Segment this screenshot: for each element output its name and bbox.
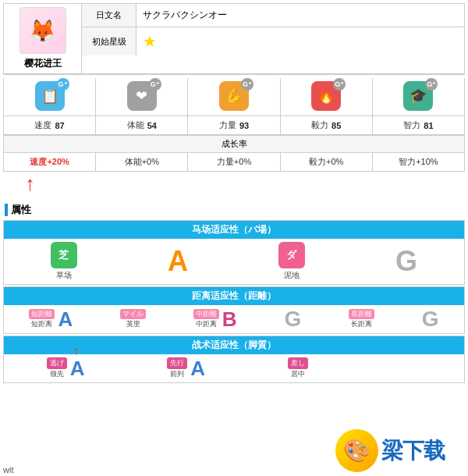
- track-g-badge: G: [395, 247, 417, 275]
- guts-value-cell: 毅力 85: [281, 116, 373, 134]
- tactic-front-badge-wrap: ↑ A: [70, 358, 85, 378]
- tactic-stalk-bottom-label: 前列: [170, 369, 184, 379]
- stat-guts-col: 🔥 G⁺: [281, 78, 373, 115]
- dist-long-container: 長距離 长距离: [349, 309, 374, 329]
- growth-stamina: 体能+0%: [96, 153, 188, 171]
- jp-name-row: 日文名 サクラバクシンオー: [82, 4, 464, 27]
- stat-int-col: 🎓 G⁺: [373, 78, 464, 115]
- track-adapt-row: 芝 草场 A ダ 泥地 G: [4, 239, 464, 284]
- dist-short-container: 短距離 短距离: [29, 309, 55, 329]
- track-adapt-section: 马场适应性（バ場） 芝 草场 A ダ 泥地 G: [3, 220, 465, 285]
- stat-speed-col: 📋 G⁺: [4, 78, 96, 115]
- stamina-num: 54: [147, 121, 157, 130]
- int-num: 81: [424, 121, 433, 130]
- dist-mile-bottom-label: 英里: [126, 319, 140, 329]
- rank-row: 初始星级 ★: [82, 27, 464, 55]
- power-value-cell: 力量 93: [188, 116, 280, 134]
- guts-icon: 🔥 G⁺: [311, 81, 341, 111]
- growth-int: 智力+10%: [373, 153, 464, 171]
- int-value-cell: 智力 81: [373, 116, 464, 134]
- watermark-circle-icon: 🎨: [335, 429, 378, 472]
- gplus-stamina: G⁺: [149, 78, 161, 91]
- growth-speed: 速度+20%: [4, 153, 96, 171]
- tactic-stalk-top-label: 先行: [167, 357, 187, 369]
- tactic-front-top-label: 逃げ: [47, 357, 67, 369]
- track-dirt-item: ダ 泥地: [278, 242, 305, 281]
- dirt-badge: ダ: [278, 242, 305, 268]
- dist-short-top-label: 短距離: [29, 309, 55, 319]
- power-num: 93: [239, 121, 249, 130]
- tactic-adapt-row: 逃げ 领先 ↑ A 先行 前列 A 差し 居中: [4, 354, 464, 382]
- rank-value: ★: [136, 27, 464, 55]
- growth-power: 力量+0%: [188, 153, 280, 171]
- tactic-front-bottom-label: 领先: [50, 369, 64, 379]
- stat-power-col: 💪 G⁺: [188, 78, 280, 115]
- red-arrow-icon: ↑: [25, 173, 35, 194]
- track-grass-item: 芝 草场: [51, 242, 77, 281]
- tactic-mid-bottom-label: 居中: [291, 369, 305, 379]
- dist-long-bottom-label: 长距离: [351, 319, 372, 329]
- gplus-speed: G⁺: [57, 78, 69, 91]
- gplus-int: G⁺: [425, 78, 438, 91]
- stamina-value-cell: 体能 54: [96, 116, 188, 134]
- dist-g1-badge: G: [284, 308, 301, 330]
- tactic-mid-top-label: 差し: [288, 357, 308, 369]
- dist-g2-badge: G: [422, 308, 439, 330]
- star-icon: ★: [143, 32, 157, 51]
- watermark-text: 梁下载: [381, 436, 445, 466]
- tactic-stalk-item: 先行 前列 A: [167, 357, 205, 379]
- speed-label: 速度: [34, 119, 51, 131]
- dist-short-badge: A: [58, 309, 73, 329]
- speed-num: 87: [55, 121, 64, 130]
- power-label: 力量: [219, 119, 236, 131]
- stat-stamina-col: ❤ G⁺: [96, 78, 188, 115]
- dist-mid-container: 中距離 中距离: [193, 309, 219, 329]
- attribute-label-area: 属性: [0, 201, 468, 218]
- track-adapt-header: 马场适应性（バ場）: [4, 221, 464, 239]
- stamina-icon: ❤ G⁺: [127, 81, 157, 111]
- dist-g1-item: G: [284, 308, 301, 330]
- tactic-adapt-section: 战术适应性（脚質） 逃げ 领先 ↑ A 先行 前列 A 差し 居中: [3, 336, 465, 383]
- int-label: 智力: [403, 119, 420, 131]
- gplus-power: G⁺: [241, 78, 254, 91]
- jp-name-value: サクラバクシンオー: [136, 4, 464, 27]
- attribute-text: 属性: [11, 203, 31, 217]
- stamina-label: 体能: [127, 119, 144, 131]
- guts-num: 85: [332, 121, 341, 130]
- dist-mid-item: 中距離 中距离 B: [193, 309, 237, 329]
- tactic-front-container: 逃げ 领先: [47, 357, 67, 379]
- growth-section: 成长率 速度+20% 体能+0% 力量+0% 毅力+0% 智力+10%: [3, 136, 465, 172]
- rank-label: 初始星级: [82, 27, 136, 55]
- track-g-item: G: [395, 247, 417, 275]
- growth-guts: 毅力+0%: [281, 153, 373, 171]
- dist-mid-badge: B: [222, 309, 237, 329]
- distance-adapt-header: 距离适应性（距離）: [4, 287, 464, 305]
- dist-mile-top-label: マイル: [120, 309, 146, 319]
- stats-section: 📋 G⁺ ❤ G⁺ 💪 G⁺ 🔥 G⁺: [3, 78, 465, 136]
- horse-top-row: 🦊 樱花进王 日文名 サクラバクシンオー 初始星级 ★: [4, 4, 464, 74]
- dist-mid-bottom-label: 中距离: [196, 319, 217, 329]
- track-a-badge: A: [168, 247, 188, 275]
- horse-avatar-col: 🦊 樱花进王: [4, 4, 82, 73]
- tactic-mid-container: 差し 居中: [288, 357, 308, 379]
- grass-label: 草场: [56, 270, 72, 281]
- arrow-area: ↑: [3, 172, 465, 201]
- dist-mid-top-label: 中距離: [193, 309, 219, 319]
- track-a-item: A: [168, 247, 188, 275]
- wit-text: wit: [0, 464, 16, 476]
- dist-long-top-label: 長距離: [349, 309, 374, 319]
- dist-mile-item: マイル 英里: [120, 309, 146, 329]
- int-icon: 🎓 G⁺: [403, 81, 433, 111]
- dist-long-item: 長距離 长距离: [349, 309, 374, 329]
- jp-name-label: 日文名: [82, 4, 136, 27]
- guts-label: 毅力: [311, 119, 328, 131]
- grass-badge: 芝: [51, 242, 77, 268]
- dist-g2-item: G: [422, 308, 439, 330]
- growth-header: 成长率: [4, 136, 464, 153]
- power-icon: 💪 G⁺: [219, 81, 249, 111]
- avatar: 🦊: [20, 7, 66, 54]
- distance-adapt-section: 距离适应性（距離） 短距離 短距离 A マイル 英里 中距離 中距离 B: [3, 286, 465, 334]
- speed-icon: 📋 G⁺: [35, 81, 65, 111]
- tactic-front-item: 逃げ 领先 ↑ A: [47, 357, 85, 379]
- red-arrow2-icon: ↑: [73, 344, 80, 358]
